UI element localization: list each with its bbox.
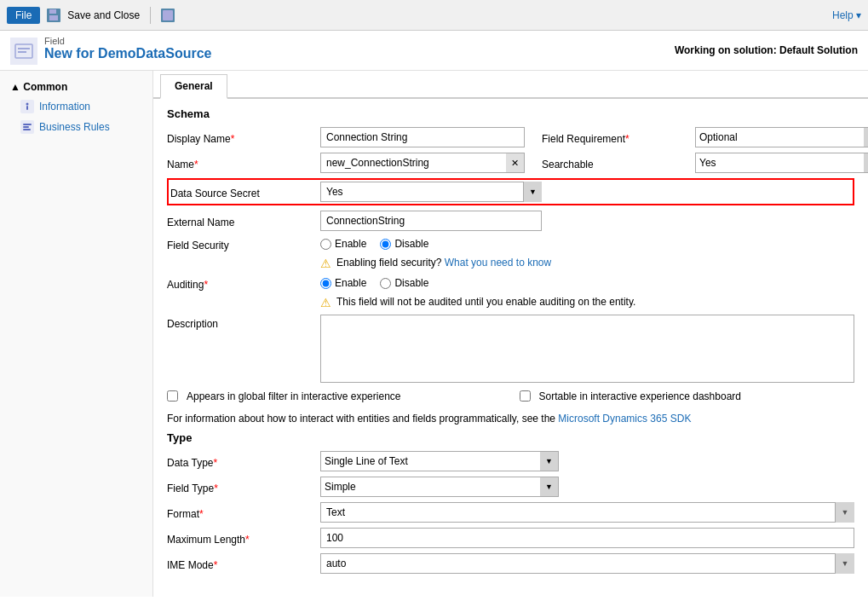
max-length-wrapper xyxy=(320,528,854,548)
name-two-col: Name* ✕ Searchable xyxy=(167,153,854,173)
header-text: Field New for DemoDataSource xyxy=(44,36,212,61)
format-select-wrapper: Text Email URL Phone xyxy=(320,502,854,523)
data-source-secret-select[interactable]: Yes No xyxy=(320,182,542,202)
display-name-input[interactable] xyxy=(320,127,525,147)
external-name-row: External Name xyxy=(167,211,854,231)
external-name-label: External Name xyxy=(167,213,320,228)
data-source-secret-row: Data Source Secret Yes No ▼ xyxy=(167,178,854,205)
tabs: General xyxy=(153,71,868,99)
data-source-secret-wrapper: Yes No ▼ xyxy=(320,182,542,202)
save-close-button[interactable]: Save and Close xyxy=(67,9,140,21)
field-type-wrapper: Simple Calculated Rollup ▼ xyxy=(320,477,559,497)
name-input[interactable] xyxy=(320,153,525,173)
max-length-label: Maximum Length* xyxy=(167,530,320,546)
auditing-disable-label[interactable]: Disable xyxy=(380,277,428,289)
sidebar-common-section: ▲ Common xyxy=(0,78,152,96)
working-on-label: Working on solution: Default Solution xyxy=(675,44,858,56)
what-you-need-to-know-link[interactable]: What you need to know xyxy=(445,257,551,269)
description-textarea[interactable] xyxy=(320,315,854,383)
global-filter-label: Appears in global filter in interactive … xyxy=(187,390,400,402)
file-button[interactable]: File xyxy=(7,7,40,24)
display-name-col: Display Name* xyxy=(167,127,525,147)
schema-section-title: Schema xyxy=(167,107,854,120)
rules-icon xyxy=(20,120,34,134)
searchable-wrapper: Yes No ▼ xyxy=(695,153,868,173)
sidebar-item-business-rules-label: Business Rules xyxy=(39,121,110,133)
warning-icon-security: ⚠ xyxy=(320,257,331,270)
warning-icon-auditing: ⚠ xyxy=(320,296,331,309)
tab-general[interactable]: General xyxy=(160,74,227,99)
save-icon xyxy=(47,9,60,22)
auditing-enable-radio[interactable] xyxy=(320,278,331,289)
description-wrapper xyxy=(320,315,854,385)
display-name-required: * xyxy=(231,133,235,145)
data-type-label: Data Type* xyxy=(167,454,320,469)
external-name-input-wrapper xyxy=(320,211,542,231)
field-security-enable-label[interactable]: Enable xyxy=(320,238,366,250)
field-security-row: Field Security Enable Disable xyxy=(167,236,854,251)
ime-mode-label: IME Mode* xyxy=(167,556,320,571)
data-type-select[interactable]: Single Line of Text Multiple Lines of Te… xyxy=(320,451,559,471)
external-name-input[interactable] xyxy=(320,211,542,231)
display-name-input-wrapper xyxy=(320,127,525,147)
max-length-input[interactable] xyxy=(320,528,854,548)
sdk-link[interactable]: Microsoft Dynamics 365 SDK xyxy=(558,413,691,425)
sortable-checkbox[interactable] xyxy=(520,390,531,402)
field-requirement-wrapper: Optional Business Recommended Business R… xyxy=(695,127,868,147)
page-title: New for DemoDataSource xyxy=(44,46,212,61)
name-col: Name* ✕ xyxy=(167,153,525,173)
format-label: Format* xyxy=(167,505,320,520)
svg-point-9 xyxy=(26,103,29,106)
sortable-label: Sortable in interactive experience dashb… xyxy=(539,390,741,402)
page-header: Field New for DemoDataSource Working on … xyxy=(0,31,868,71)
sidebar-item-information-label: Information xyxy=(39,101,90,113)
field-requirement-select[interactable]: Optional Business Recommended Business R… xyxy=(695,127,868,147)
svg-rect-6 xyxy=(18,48,30,49)
field-security-enable-radio[interactable] xyxy=(320,239,331,250)
display-name-two-col: Display Name* Field Requirement* xyxy=(167,127,854,147)
info-row: For information about how to interact wi… xyxy=(167,413,854,425)
format-wrapper: Text Email URL Phone xyxy=(320,502,854,523)
sidebar-item-information[interactable]: Information xyxy=(0,96,152,117)
name-clear-button[interactable]: ✕ xyxy=(506,153,525,173)
name-row: Name* ✕ Searchable xyxy=(167,153,854,173)
svg-rect-7 xyxy=(18,51,26,53)
auditing-label: Auditing* xyxy=(167,275,320,291)
auditing-enable-label[interactable]: Enable xyxy=(320,277,366,289)
warning-text-auditing: This field will not be audited until you… xyxy=(336,296,635,308)
searchable-label: Searchable xyxy=(542,155,695,170)
ime-mode-wrapper: auto active inactive disabled xyxy=(320,553,854,574)
ime-mode-row: IME Mode* auto active inactive disabled xyxy=(167,553,854,574)
sidebar-item-business-rules[interactable]: Business Rules xyxy=(0,117,152,137)
ime-mode-select[interactable]: auto active inactive disabled xyxy=(320,553,854,574)
warning-text-security: Enabling field security? What you need t… xyxy=(336,257,551,269)
field-type-row: Field Type* Simple Calculated Rollup ▼ xyxy=(167,477,854,497)
svg-rect-10 xyxy=(26,106,28,110)
description-row: Description xyxy=(167,315,854,385)
svg-rect-2 xyxy=(49,15,58,20)
field-type-select[interactable]: Simple Calculated Rollup xyxy=(320,477,559,497)
field-security-label: Field Security xyxy=(167,236,320,251)
display-name-label: Display Name* xyxy=(167,130,320,145)
svg-rect-14 xyxy=(23,129,31,130)
help-button[interactable]: Help ▾ xyxy=(832,9,861,21)
field-requirement-select-wrapper: Optional Business Recommended Business R… xyxy=(695,127,868,147)
sidebar: ▲ Common Information Business Ru xyxy=(0,71,153,597)
svg-rect-4 xyxy=(163,10,173,20)
searchable-col: Searchable Yes No ▼ xyxy=(525,153,868,173)
global-filter-col: Appears in global filter in interactive … xyxy=(167,390,503,402)
toolbar-separator xyxy=(150,7,151,24)
field-security-disable-label[interactable]: Disable xyxy=(380,238,428,250)
field-requirement-label: Field Requirement* xyxy=(542,130,695,145)
data-source-secret-label: Data Source Secret xyxy=(170,184,320,199)
svg-rect-13 xyxy=(23,126,29,128)
name-input-group: ✕ xyxy=(320,153,525,173)
searchable-select[interactable]: Yes No xyxy=(695,153,868,173)
format-select[interactable]: Text Email URL Phone xyxy=(320,502,854,523)
auditing-disable-radio[interactable] xyxy=(380,278,391,289)
content-area: General Schema Display Name* xyxy=(153,71,868,597)
global-filter-checkbox[interactable] xyxy=(167,390,178,402)
field-security-disable-radio[interactable] xyxy=(380,239,391,250)
field-type-label: Field Type* xyxy=(167,479,320,494)
data-type-select-wrapper: Single Line of Text Multiple Lines of Te… xyxy=(320,451,559,471)
